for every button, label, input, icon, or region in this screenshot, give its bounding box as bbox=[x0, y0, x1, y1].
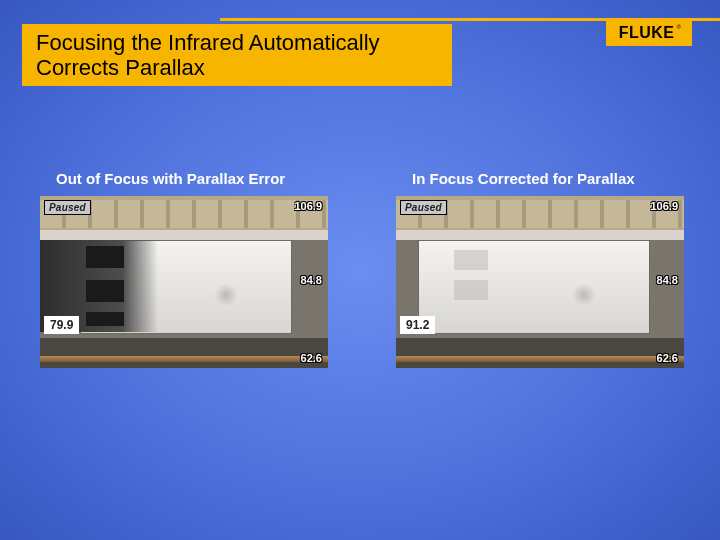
caption-left: Out of Focus with Parallax Error bbox=[56, 170, 285, 187]
dark-slot bbox=[86, 280, 124, 302]
spot-temperature: 79.9 bbox=[44, 316, 79, 334]
slide-title: Focusing the Infrared Automatically Corr… bbox=[22, 24, 452, 86]
slide-title-text: Focusing the Infrared Automatically Corr… bbox=[36, 30, 380, 80]
dark-slot bbox=[86, 246, 124, 268]
scale-low: 62.6 bbox=[657, 352, 678, 364]
scale-mid: 84.8 bbox=[301, 274, 322, 286]
brand-logo: FLUKE ® bbox=[606, 20, 692, 46]
image-panel-left: Paused 79.9 106.9 84.8 62.6 bbox=[40, 196, 328, 368]
scale-high: 106.9 bbox=[294, 200, 322, 212]
floor-pipe bbox=[396, 356, 684, 362]
faint-rectangle bbox=[454, 280, 488, 300]
scale-mid: 84.8 bbox=[657, 274, 678, 286]
caption-right: In Focus Corrected for Parallax bbox=[412, 170, 635, 187]
spot-temperature: 91.2 bbox=[400, 316, 435, 334]
status-badge: Paused bbox=[400, 200, 447, 215]
brand-text: FLUKE bbox=[619, 24, 675, 42]
scale-low: 62.6 bbox=[301, 352, 322, 364]
dark-slot bbox=[86, 312, 124, 326]
status-badge: Paused bbox=[44, 200, 91, 215]
scale-high: 106.9 bbox=[650, 200, 678, 212]
floor-pipe bbox=[40, 356, 328, 362]
registered-mark: ® bbox=[676, 24, 681, 30]
image-panel-right: Paused 91.2 106.9 84.8 62.6 bbox=[396, 196, 684, 368]
faint-rectangle bbox=[454, 250, 488, 270]
equipment-enclosure bbox=[418, 240, 650, 334]
